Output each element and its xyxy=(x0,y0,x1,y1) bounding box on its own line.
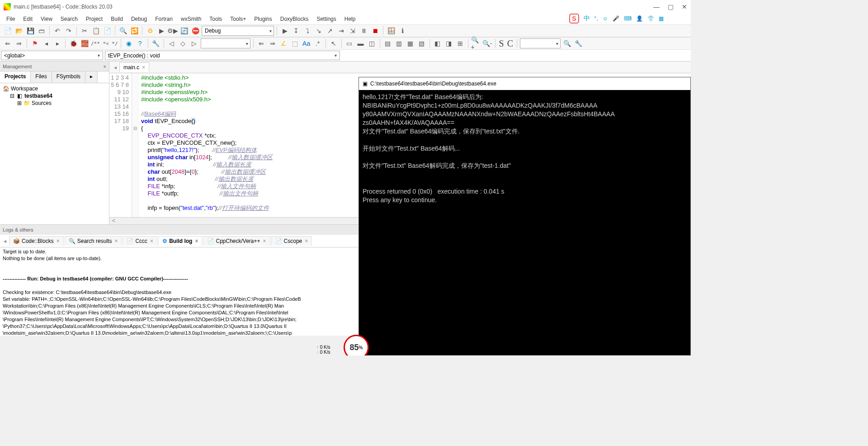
maximize-button[interactable]: ▢ xyxy=(668,3,674,10)
stop-debug-button[interactable]: ⏹ xyxy=(370,26,380,36)
abort-button[interactable]: ⛔ xyxy=(190,26,200,36)
ime-mic-icon[interactable]: 🎤 xyxy=(613,15,619,22)
layout1-icon[interactable]: ◧ xyxy=(433,38,443,48)
run-button[interactable]: ▶ xyxy=(156,26,166,36)
jump-fwd-button[interactable]: ▷ xyxy=(189,38,199,48)
rect1-icon[interactable]: ▭ xyxy=(344,38,354,48)
grid1-icon[interactable]: ▤ xyxy=(383,38,393,48)
rect3-icon[interactable]: ◫ xyxy=(367,38,377,48)
fold-column[interactable]: ⊟ xyxy=(132,73,138,217)
go-back-button[interactable]: ⇐ xyxy=(256,38,266,48)
block-icon[interactable]: 🧱 xyxy=(80,38,90,48)
regex-icon[interactable]: .* xyxy=(313,38,323,48)
minimize-button[interactable]: — xyxy=(653,3,660,10)
text-aa-icon[interactable]: Aa xyxy=(302,38,311,48)
jump-dropdown[interactable] xyxy=(201,38,250,48)
project-tree[interactable]: 🏠Workspace ⊟◧testbase64 ⊞📁Sources xyxy=(0,83,109,224)
save-button[interactable]: 💾 xyxy=(25,26,35,36)
menu-build[interactable]: Build xyxy=(107,14,127,24)
log-tab-close[interactable]: × xyxy=(114,238,118,244)
ime-emoji-icon[interactable]: ☺ xyxy=(603,15,608,22)
source-c-button[interactable]: C xyxy=(506,38,514,49)
step-out-button[interactable]: ↗ xyxy=(325,26,335,36)
menu-search[interactable]: Search xyxy=(57,14,81,24)
menu-plugins[interactable]: Plugins xyxy=(250,14,275,24)
console-window[interactable]: ▣ C:\testbase64\testbase64\bin\Debug\tes… xyxy=(359,77,691,356)
search-dropdown[interactable] xyxy=(520,38,561,48)
log-tab-close[interactable]: × xyxy=(263,238,266,244)
zoom-out-icon[interactable]: 🔍- xyxy=(482,38,492,48)
diamond-icon[interactable]: ◇ xyxy=(178,38,188,48)
build-target-dropdown[interactable]: Debug xyxy=(202,26,274,36)
ime-lang[interactable]: 中 xyxy=(584,14,590,23)
tree-workspace[interactable]: 🏠Workspace xyxy=(3,85,106,92)
ime-punct-icon[interactable]: °, xyxy=(594,15,598,22)
paste-button[interactable]: 📄 xyxy=(102,26,112,36)
run-to-cursor-button[interactable]: ↧ xyxy=(291,26,301,36)
info-button[interactable]: ℹ xyxy=(397,26,407,36)
next-line-button[interactable]: ⤵ xyxy=(302,26,312,36)
scope-global-dropdown[interactable]: <global> xyxy=(1,51,103,60)
mgmt-tab-projects[interactable]: Projects xyxy=(0,71,31,83)
rect2-icon[interactable]: ▬ xyxy=(356,38,366,48)
log-tab-close[interactable]: × xyxy=(305,238,308,244)
zoom-in-icon[interactable]: 🔍+ xyxy=(471,38,481,48)
tab-close-icon[interactable]: × xyxy=(142,64,145,71)
management-close-icon[interactable]: × xyxy=(104,64,106,69)
build-run-button[interactable]: ⚙▶ xyxy=(168,26,178,36)
ime-shirt-icon[interactable]: 👕 xyxy=(647,15,654,22)
settings-wrench-icon[interactable]: 🔧 xyxy=(573,38,583,48)
log-tab-cppcheck-vera-[interactable]: 📄CppCheck/Vera++× xyxy=(203,236,270,246)
menu-doxyblocks[interactable]: DoxyBlocks xyxy=(277,14,312,24)
close-button[interactable]: ✕ xyxy=(682,3,687,10)
grid2-icon[interactable]: ▥ xyxy=(394,38,404,48)
find-button[interactable]: 🔍 xyxy=(118,26,128,36)
nav-back-button[interactable]: ⇐ xyxy=(3,38,13,48)
menu-fortran[interactable]: Fortran xyxy=(151,14,176,24)
cut-button[interactable]: ✂ xyxy=(80,26,90,36)
log-tab-build-log[interactable]: ⚙Build log× xyxy=(158,236,202,246)
menu-edit[interactable]: Edit xyxy=(19,14,36,24)
menu-help[interactable]: Help xyxy=(341,14,359,24)
menu-tools[interactable]: Tools xyxy=(206,14,226,24)
step-into-button[interactable]: ↘ xyxy=(314,26,324,36)
redo-button[interactable]: ↷ xyxy=(64,26,74,36)
search-go-icon[interactable]: 🔍 xyxy=(562,38,572,48)
rebuild-button[interactable]: 🔄 xyxy=(179,26,189,36)
doxy-comment-token[interactable]: /** *< */ xyxy=(91,38,118,48)
ime-grid-icon[interactable]: ▦ xyxy=(659,15,664,22)
console-title-bar[interactable]: ▣ C:\testbase64\testbase64\bin\Debug\tes… xyxy=(359,77,690,90)
grid3-icon[interactable]: ▦ xyxy=(406,38,415,48)
wrench-icon[interactable]: 🔧 xyxy=(151,38,161,48)
highlight-icon[interactable]: ∠ xyxy=(279,38,289,48)
log-tab-search-results[interactable]: 🔍Search results× xyxy=(65,236,122,246)
tab-scroll-left[interactable]: ◂ xyxy=(111,64,119,71)
select-icon[interactable]: ⬚ xyxy=(290,38,300,48)
mgmt-tab-fsymbols[interactable]: FSymbols xyxy=(52,71,85,83)
menu-tools+[interactable]: Tools+ xyxy=(226,14,250,24)
layout3-icon[interactable]: ⊞ xyxy=(455,38,465,48)
tree-project[interactable]: ⊟◧testbase64 xyxy=(3,92,106,100)
go-fwd-button[interactable]: ⇒ xyxy=(268,38,278,48)
bookmark-next-button[interactable]: ▸ xyxy=(52,38,62,48)
build-button[interactable]: ⚙ xyxy=(145,26,155,36)
ime-panel[interactable]: S 中 °, ☺ 🎤 ⌨ 👤 👕 ▦ xyxy=(569,14,664,24)
log-tab-close[interactable]: × xyxy=(150,238,153,244)
at-icon[interactable]: ◉ xyxy=(124,38,134,48)
menu-project[interactable]: Project xyxy=(82,14,106,24)
log-tab-code-blocks[interactable]: 📦Code::Blocks× xyxy=(9,236,64,246)
nav-fwd-button[interactable]: ⇒ xyxy=(14,38,24,48)
scope-function-dropdown[interactable]: tEVP_Encode() : void xyxy=(105,51,340,60)
editor-tab-main-c[interactable]: main.c× xyxy=(119,62,149,72)
copy-button[interactable]: 📋 xyxy=(91,26,101,36)
open-file-button[interactable]: 📂 xyxy=(14,26,24,36)
undo-button[interactable]: ↶ xyxy=(52,26,62,36)
new-file-button[interactable]: 📄 xyxy=(3,26,13,36)
menu-debug[interactable]: Debug xyxy=(127,14,151,24)
help-icon[interactable]: ? xyxy=(135,38,145,48)
ime-keyboard-icon[interactable]: ⌨ xyxy=(624,15,632,22)
debug-continue-button[interactable]: ▶ xyxy=(280,26,290,36)
chip-icon[interactable]: 🐞 xyxy=(68,38,78,48)
bookmark-toggle-button[interactable]: ⚑ xyxy=(30,38,40,48)
layout2-icon[interactable]: ◨ xyxy=(444,38,454,48)
